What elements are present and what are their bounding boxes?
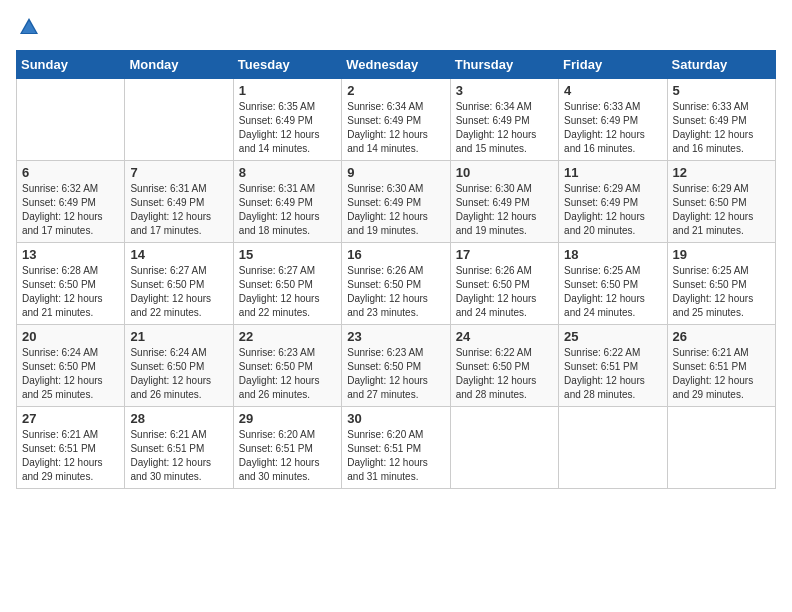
- day-number: 19: [673, 247, 770, 262]
- day-number: 3: [456, 83, 553, 98]
- weekday-header-sunday: Sunday: [17, 51, 125, 79]
- calendar-cell: 12Sunrise: 6:29 AM Sunset: 6:50 PM Dayli…: [667, 161, 775, 243]
- weekday-header-monday: Monday: [125, 51, 233, 79]
- day-info: Sunrise: 6:33 AM Sunset: 6:49 PM Dayligh…: [564, 100, 661, 156]
- page-header: [16, 16, 776, 38]
- day-number: 23: [347, 329, 444, 344]
- day-number: 30: [347, 411, 444, 426]
- calendar-cell: 7Sunrise: 6:31 AM Sunset: 6:49 PM Daylig…: [125, 161, 233, 243]
- day-number: 4: [564, 83, 661, 98]
- day-info: Sunrise: 6:24 AM Sunset: 6:50 PM Dayligh…: [130, 346, 227, 402]
- day-number: 29: [239, 411, 336, 426]
- day-number: 10: [456, 165, 553, 180]
- day-number: 20: [22, 329, 119, 344]
- calendar-week-row: 1Sunrise: 6:35 AM Sunset: 6:49 PM Daylig…: [17, 79, 776, 161]
- calendar-cell: 2Sunrise: 6:34 AM Sunset: 6:49 PM Daylig…: [342, 79, 450, 161]
- logo: [16, 16, 42, 38]
- calendar-cell: 22Sunrise: 6:23 AM Sunset: 6:50 PM Dayli…: [233, 325, 341, 407]
- day-info: Sunrise: 6:21 AM Sunset: 6:51 PM Dayligh…: [22, 428, 119, 484]
- day-number: 27: [22, 411, 119, 426]
- logo-icon: [18, 16, 40, 38]
- calendar-cell: 5Sunrise: 6:33 AM Sunset: 6:49 PM Daylig…: [667, 79, 775, 161]
- day-number: 21: [130, 329, 227, 344]
- day-info: Sunrise: 6:21 AM Sunset: 6:51 PM Dayligh…: [130, 428, 227, 484]
- day-number: 25: [564, 329, 661, 344]
- day-info: Sunrise: 6:31 AM Sunset: 6:49 PM Dayligh…: [239, 182, 336, 238]
- day-info: Sunrise: 6:31 AM Sunset: 6:49 PM Dayligh…: [130, 182, 227, 238]
- calendar-cell: 21Sunrise: 6:24 AM Sunset: 6:50 PM Dayli…: [125, 325, 233, 407]
- day-info: Sunrise: 6:25 AM Sunset: 6:50 PM Dayligh…: [564, 264, 661, 320]
- calendar-cell: 14Sunrise: 6:27 AM Sunset: 6:50 PM Dayli…: [125, 243, 233, 325]
- day-number: 8: [239, 165, 336, 180]
- day-number: 7: [130, 165, 227, 180]
- calendar-cell: 18Sunrise: 6:25 AM Sunset: 6:50 PM Dayli…: [559, 243, 667, 325]
- day-info: Sunrise: 6:20 AM Sunset: 6:51 PM Dayligh…: [347, 428, 444, 484]
- calendar-week-row: 6Sunrise: 6:32 AM Sunset: 6:49 PM Daylig…: [17, 161, 776, 243]
- weekday-header-tuesday: Tuesday: [233, 51, 341, 79]
- day-info: Sunrise: 6:34 AM Sunset: 6:49 PM Dayligh…: [456, 100, 553, 156]
- calendar-cell: 17Sunrise: 6:26 AM Sunset: 6:50 PM Dayli…: [450, 243, 558, 325]
- day-info: Sunrise: 6:26 AM Sunset: 6:50 PM Dayligh…: [347, 264, 444, 320]
- weekday-header-saturday: Saturday: [667, 51, 775, 79]
- calendar-cell: 26Sunrise: 6:21 AM Sunset: 6:51 PM Dayli…: [667, 325, 775, 407]
- weekday-header-wednesday: Wednesday: [342, 51, 450, 79]
- day-number: 11: [564, 165, 661, 180]
- calendar-cell: 27Sunrise: 6:21 AM Sunset: 6:51 PM Dayli…: [17, 407, 125, 489]
- day-number: 24: [456, 329, 553, 344]
- weekday-header-row: SundayMondayTuesdayWednesdayThursdayFrid…: [17, 51, 776, 79]
- day-info: Sunrise: 6:27 AM Sunset: 6:50 PM Dayligh…: [130, 264, 227, 320]
- calendar-cell: [450, 407, 558, 489]
- day-number: 13: [22, 247, 119, 262]
- calendar-cell: 10Sunrise: 6:30 AM Sunset: 6:49 PM Dayli…: [450, 161, 558, 243]
- day-info: Sunrise: 6:26 AM Sunset: 6:50 PM Dayligh…: [456, 264, 553, 320]
- day-info: Sunrise: 6:34 AM Sunset: 6:49 PM Dayligh…: [347, 100, 444, 156]
- calendar-cell: [667, 407, 775, 489]
- calendar-cell: 19Sunrise: 6:25 AM Sunset: 6:50 PM Dayli…: [667, 243, 775, 325]
- calendar-cell: 1Sunrise: 6:35 AM Sunset: 6:49 PM Daylig…: [233, 79, 341, 161]
- calendar-cell: 11Sunrise: 6:29 AM Sunset: 6:49 PM Dayli…: [559, 161, 667, 243]
- day-info: Sunrise: 6:30 AM Sunset: 6:49 PM Dayligh…: [456, 182, 553, 238]
- day-info: Sunrise: 6:27 AM Sunset: 6:50 PM Dayligh…: [239, 264, 336, 320]
- day-info: Sunrise: 6:35 AM Sunset: 6:49 PM Dayligh…: [239, 100, 336, 156]
- calendar-cell: 4Sunrise: 6:33 AM Sunset: 6:49 PM Daylig…: [559, 79, 667, 161]
- calendar-cell: 30Sunrise: 6:20 AM Sunset: 6:51 PM Dayli…: [342, 407, 450, 489]
- day-info: Sunrise: 6:21 AM Sunset: 6:51 PM Dayligh…: [673, 346, 770, 402]
- calendar-cell: [559, 407, 667, 489]
- calendar-cell: [17, 79, 125, 161]
- day-info: Sunrise: 6:23 AM Sunset: 6:50 PM Dayligh…: [239, 346, 336, 402]
- calendar-week-row: 20Sunrise: 6:24 AM Sunset: 6:50 PM Dayli…: [17, 325, 776, 407]
- weekday-header-thursday: Thursday: [450, 51, 558, 79]
- day-number: 1: [239, 83, 336, 98]
- calendar-cell: 24Sunrise: 6:22 AM Sunset: 6:50 PM Dayli…: [450, 325, 558, 407]
- day-number: 5: [673, 83, 770, 98]
- calendar-cell: 8Sunrise: 6:31 AM Sunset: 6:49 PM Daylig…: [233, 161, 341, 243]
- calendar-table: SundayMondayTuesdayWednesdayThursdayFrid…: [16, 50, 776, 489]
- day-number: 26: [673, 329, 770, 344]
- calendar-cell: 9Sunrise: 6:30 AM Sunset: 6:49 PM Daylig…: [342, 161, 450, 243]
- calendar-cell: 16Sunrise: 6:26 AM Sunset: 6:50 PM Dayli…: [342, 243, 450, 325]
- day-info: Sunrise: 6:25 AM Sunset: 6:50 PM Dayligh…: [673, 264, 770, 320]
- day-info: Sunrise: 6:29 AM Sunset: 6:49 PM Dayligh…: [564, 182, 661, 238]
- day-number: 15: [239, 247, 336, 262]
- calendar-cell: [125, 79, 233, 161]
- day-number: 6: [22, 165, 119, 180]
- calendar-cell: 15Sunrise: 6:27 AM Sunset: 6:50 PM Dayli…: [233, 243, 341, 325]
- day-info: Sunrise: 6:32 AM Sunset: 6:49 PM Dayligh…: [22, 182, 119, 238]
- day-number: 16: [347, 247, 444, 262]
- day-info: Sunrise: 6:22 AM Sunset: 6:51 PM Dayligh…: [564, 346, 661, 402]
- calendar-week-row: 13Sunrise: 6:28 AM Sunset: 6:50 PM Dayli…: [17, 243, 776, 325]
- day-number: 12: [673, 165, 770, 180]
- day-info: Sunrise: 6:24 AM Sunset: 6:50 PM Dayligh…: [22, 346, 119, 402]
- calendar-cell: 28Sunrise: 6:21 AM Sunset: 6:51 PM Dayli…: [125, 407, 233, 489]
- day-number: 28: [130, 411, 227, 426]
- day-number: 14: [130, 247, 227, 262]
- calendar-cell: 3Sunrise: 6:34 AM Sunset: 6:49 PM Daylig…: [450, 79, 558, 161]
- day-info: Sunrise: 6:28 AM Sunset: 6:50 PM Dayligh…: [22, 264, 119, 320]
- day-info: Sunrise: 6:23 AM Sunset: 6:50 PM Dayligh…: [347, 346, 444, 402]
- day-number: 18: [564, 247, 661, 262]
- calendar-cell: 6Sunrise: 6:32 AM Sunset: 6:49 PM Daylig…: [17, 161, 125, 243]
- weekday-header-friday: Friday: [559, 51, 667, 79]
- calendar-cell: 25Sunrise: 6:22 AM Sunset: 6:51 PM Dayli…: [559, 325, 667, 407]
- day-info: Sunrise: 6:30 AM Sunset: 6:49 PM Dayligh…: [347, 182, 444, 238]
- day-number: 17: [456, 247, 553, 262]
